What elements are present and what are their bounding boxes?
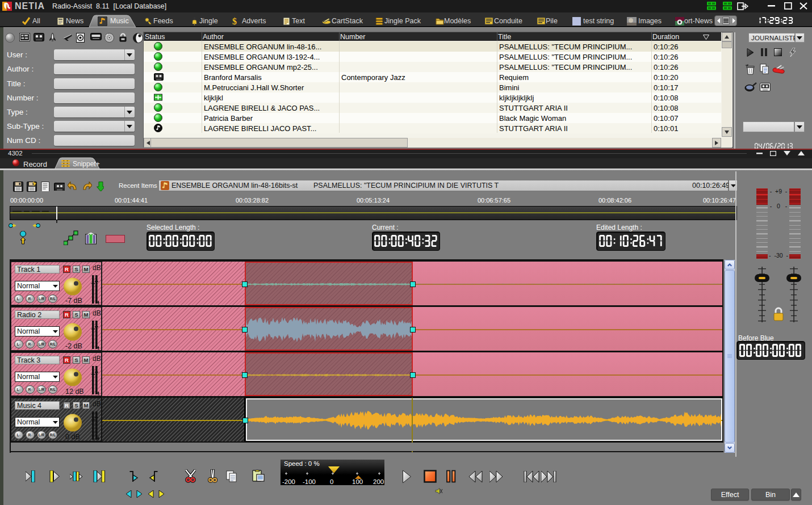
svg-text:R/L: R/L — [50, 388, 56, 392]
svg-text:$: $ — [232, 17, 237, 26]
svg-text:L◦: L◦ — [17, 388, 20, 392]
svg-text:R◦: R◦ — [28, 342, 32, 346]
svg-text:L/R: L/R — [39, 342, 45, 346]
svg-text:R◦: R◦ — [28, 388, 32, 392]
svg-text:L/R: L/R — [39, 297, 45, 301]
svg-text:R/L: R/L — [50, 297, 56, 301]
svg-text:L/R: L/R — [39, 433, 45, 437]
svg-text:R◦: R◦ — [28, 297, 32, 301]
svg-text:L◦: L◦ — [17, 433, 20, 437]
svg-text:R◦: R◦ — [28, 433, 32, 437]
svg-text:R/L: R/L — [50, 342, 56, 346]
svg-text:R/L: R/L — [50, 433, 56, 437]
svg-text:L/R: L/R — [39, 388, 45, 392]
svg-text:L◦: L◦ — [17, 342, 20, 346]
svg-text:L◦: L◦ — [17, 297, 20, 301]
